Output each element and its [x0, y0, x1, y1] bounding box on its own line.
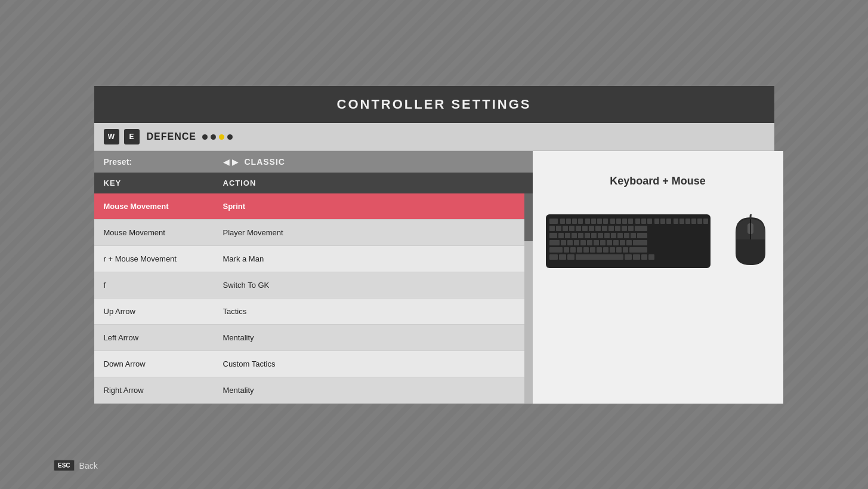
- svg-rect-65: [626, 240, 632, 245]
- svg-rect-26: [549, 226, 555, 231]
- svg-rect-15: [641, 219, 646, 224]
- cell-key-5: Left Arrow: [94, 325, 214, 350]
- table-row[interactable]: Right Arrow Mentality: [94, 377, 533, 404]
- svg-rect-18: [660, 219, 665, 224]
- svg-rect-11: [616, 219, 621, 224]
- svg-rect-59: [587, 240, 592, 245]
- keyboard-icon: [545, 211, 712, 271]
- svg-rect-69: [570, 247, 576, 253]
- cell-key-3: f: [94, 272, 214, 298]
- svg-rect-77: [623, 247, 628, 253]
- cell-key-6: Down Arrow: [94, 351, 214, 377]
- svg-rect-61: [600, 240, 606, 245]
- svg-rect-55: [561, 240, 566, 245]
- svg-rect-1: [549, 219, 558, 224]
- dot-1: [202, 134, 208, 140]
- svg-rect-6: [585, 219, 590, 224]
- svg-rect-49: [611, 233, 616, 238]
- svg-rect-44: [578, 233, 583, 238]
- preset-label: Preset:: [104, 157, 223, 167]
- scrollbar[interactable]: [524, 193, 533, 404]
- svg-rect-52: [631, 233, 636, 238]
- table-row[interactable]: f Switch To GK: [94, 272, 533, 299]
- svg-rect-60: [594, 240, 599, 245]
- cell-action-4: Tactics: [214, 299, 533, 324]
- svg-rect-5: [578, 219, 583, 224]
- svg-rect-32: [589, 226, 594, 231]
- svg-rect-29: [569, 226, 574, 231]
- svg-rect-80: [559, 254, 566, 260]
- svg-rect-46: [591, 233, 597, 238]
- svg-rect-72: [590, 247, 595, 253]
- svg-rect-75: [610, 247, 615, 253]
- svg-rect-84: [633, 254, 640, 260]
- cell-key-0: Mouse Movement: [94, 193, 214, 219]
- title-bar: CONTROLLER SETTINGS: [94, 86, 774, 123]
- svg-rect-83: [625, 254, 632, 260]
- preset-prev-button[interactable]: ◀: [223, 157, 230, 167]
- back-label: Back: [79, 461, 98, 470]
- preset-row: Preset: ◀ ▶ CLASSIC: [94, 151, 533, 173]
- svg-rect-38: [628, 226, 634, 231]
- cell-key-4: Up Arrow: [94, 299, 214, 324]
- section-label: DEFENCE: [147, 131, 196, 142]
- dot-2: [211, 134, 216, 140]
- svg-rect-17: [654, 219, 659, 224]
- svg-rect-81: [567, 254, 574, 260]
- svg-rect-20: [674, 219, 678, 224]
- svg-rect-54: [549, 240, 560, 245]
- svg-rect-57: [574, 240, 579, 245]
- key-badge-w: W: [104, 129, 119, 144]
- table-body: Mouse Movement Sprint Mouse Movement Pla…: [94, 193, 533, 404]
- svg-rect-79: [549, 254, 558, 260]
- svg-rect-8: [597, 219, 602, 224]
- svg-rect-35: [608, 226, 614, 231]
- svg-rect-85: [641, 254, 647, 260]
- svg-rect-4: [572, 219, 577, 224]
- preset-next-button[interactable]: ▶: [232, 157, 239, 167]
- device-title: Keyboard + Mouse: [610, 175, 706, 187]
- svg-rect-30: [576, 226, 581, 231]
- dot-4: [227, 134, 233, 140]
- cell-key-7: Right Arrow: [94, 377, 214, 403]
- svg-rect-23: [691, 219, 696, 224]
- dot-3: [219, 134, 224, 140]
- cell-action-3: Switch To GK: [214, 272, 533, 298]
- svg-rect-40: [549, 233, 557, 238]
- svg-rect-70: [577, 247, 582, 253]
- cell-key-1: Mouse Movement: [94, 220, 214, 245]
- table-row[interactable]: Left Arrow Mentality: [94, 325, 533, 351]
- svg-rect-78: [629, 247, 647, 253]
- preset-arrows[interactable]: ◀ ▶: [223, 157, 239, 167]
- svg-rect-24: [697, 219, 702, 224]
- svg-rect-27: [556, 226, 561, 231]
- svg-rect-10: [610, 219, 615, 224]
- svg-rect-64: [620, 240, 625, 245]
- scrollbar-thumb[interactable]: [524, 193, 533, 241]
- key-badge-e: E: [124, 129, 140, 144]
- svg-rect-16: [647, 219, 652, 224]
- table-row[interactable]: Mouse Movement Player Movement: [94, 220, 533, 246]
- preset-value: CLASSIC: [245, 157, 285, 167]
- svg-rect-74: [603, 247, 608, 253]
- left-panel: Preset: ◀ ▶ CLASSIC KEY ACTION Mouse: [94, 151, 533, 404]
- svg-rect-22: [685, 219, 690, 224]
- device-images: [545, 211, 771, 271]
- table-row[interactable]: Down Arrow Custom Tactics: [94, 351, 533, 377]
- svg-rect-19: [666, 219, 671, 224]
- svg-rect-58: [580, 240, 586, 245]
- cell-action-2: Mark a Man: [214, 246, 533, 272]
- main-panel: CONTROLLER SETTINGS W E DEFENCE Preset: …: [94, 86, 774, 404]
- page-title: CONTROLLER SETTINGS: [337, 97, 532, 112]
- right-panel: Keyboard + Mouse: [533, 151, 783, 404]
- svg-rect-33: [595, 226, 601, 231]
- svg-rect-43: [572, 233, 577, 238]
- col-action-header: ACTION: [214, 173, 533, 193]
- table-row[interactable]: r + Mouse Movement Mark a Man: [94, 246, 533, 272]
- table-row[interactable]: Up Arrow Tactics: [94, 299, 533, 325]
- svg-rect-3: [566, 219, 571, 224]
- cell-action-7: Mentality: [214, 377, 533, 403]
- svg-rect-9: [603, 219, 608, 224]
- svg-rect-86: [648, 254, 654, 260]
- table-row[interactable]: Mouse Movement Sprint: [94, 193, 533, 220]
